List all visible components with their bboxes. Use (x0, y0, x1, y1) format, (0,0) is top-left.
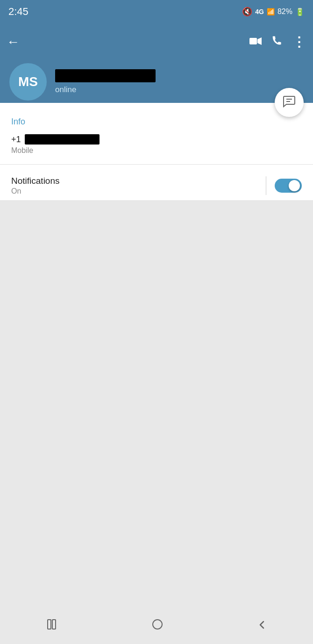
phone-number-redacted (25, 134, 100, 145)
info-section: Info +1 Mobile (0, 112, 313, 158)
notifications-row: Notifications On (0, 171, 313, 200)
content-area: Info +1 Mobile Notifications On (0, 103, 313, 200)
mute-icon: 🔇 (242, 7, 252, 17)
info-label: Info (0, 112, 313, 131)
svg-marker-1 (257, 37, 262, 45)
svg-rect-6 (153, 620, 162, 629)
bottom-nav-bar (0, 611, 313, 644)
status-bar: 2:45 🔇 4G 📶 82% 🔋 (0, 0, 313, 23)
battery-text: 82% (277, 7, 292, 16)
phone-number: +1 (11, 134, 302, 145)
avatar: MS (9, 63, 47, 101)
svg-rect-4 (48, 620, 51, 629)
battery-icon: 🔋 (295, 7, 305, 16)
notifications-text: Notifications On (11, 176, 257, 195)
phone-prefix: +1 (11, 135, 21, 145)
status-icons: 🔇 4G 📶 82% 🔋 (242, 7, 305, 17)
more-options-button[interactable]: ⋮ (292, 36, 306, 49)
section-divider (0, 164, 313, 165)
phone-row: +1 Mobile (0, 131, 313, 158)
notifications-state: On (11, 187, 257, 195)
toolbar: ← ⋮ (0, 23, 313, 61)
notifications-divider (266, 176, 266, 195)
profile-online-status: online (55, 85, 156, 94)
notifications-toggle[interactable] (275, 179, 302, 193)
toggle-track (275, 179, 302, 193)
gray-background (0, 200, 313, 574)
combined-header: ← ⋮ MS online (0, 23, 313, 103)
phone-type: Mobile (11, 146, 302, 155)
status-time: 2:45 (8, 6, 28, 18)
network-icon: 4G (255, 8, 264, 15)
recent-apps-button[interactable] (46, 618, 58, 634)
back-button[interactable]: ← (7, 35, 20, 50)
phone-call-button[interactable] (272, 36, 282, 49)
message-fab-button[interactable] (275, 88, 304, 117)
svg-rect-0 (249, 38, 257, 44)
avatar-initials: MS (18, 74, 38, 89)
profile-name-redacted (55, 69, 156, 82)
profile-info: online (55, 69, 156, 94)
profile-header: MS online (0, 61, 313, 103)
chat-bubble-icon (283, 94, 296, 111)
back-button-nav[interactable] (256, 619, 267, 633)
home-button[interactable] (151, 618, 164, 634)
signal-icon: 📶 (267, 8, 275, 15)
svg-rect-5 (52, 620, 56, 629)
video-call-button[interactable] (249, 36, 262, 49)
notifications-label: Notifications (11, 176, 257, 186)
toolbar-actions: ⋮ (249, 36, 306, 49)
toggle-thumb (289, 180, 300, 191)
